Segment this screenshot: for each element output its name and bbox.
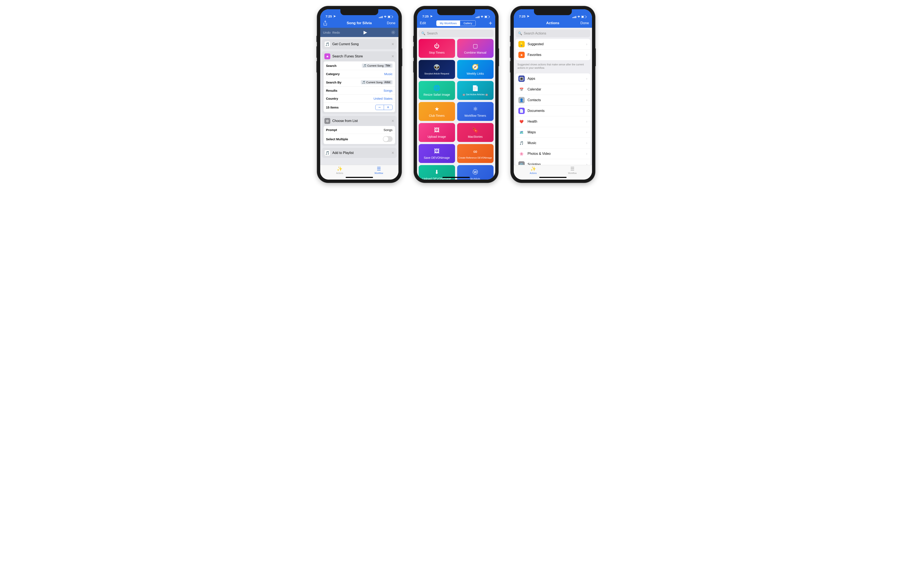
workflow-content[interactable]: 🎵Get Current Song×★Search iTunes Store×S… <box>320 37 398 165</box>
tab-actions[interactable]: ✨Actions <box>320 165 359 175</box>
editor-toolbar: Undo Redo ▶ <box>320 28 398 37</box>
action-row[interactable]: 15 Items−+ <box>323 103 395 112</box>
action-row[interactable]: CountryUnited States <box>323 95 395 103</box>
action-row[interactable]: PromptSongs <box>323 126 395 134</box>
category-icon: 🗺️ <box>518 129 525 136</box>
quantity-stepper[interactable]: −+ <box>375 105 393 110</box>
action-row[interactable]: CategoryMusic <box>323 70 395 78</box>
row-label: Search By <box>326 81 341 84</box>
workflow-tile[interactable]: 🧭Weekly Links <box>457 60 493 79</box>
row-value[interactable]: Music <box>384 72 392 76</box>
search-input[interactable]: 🔍Search <box>419 29 493 37</box>
done-button[interactable]: Done <box>576 21 589 25</box>
notch <box>340 9 378 15</box>
home-indicator[interactable] <box>346 177 373 178</box>
nav-bar: Edit My Workflows Gallery + <box>417 18 495 28</box>
workflow-tile[interactable]: 🌐Resize Safari Image <box>419 81 455 100</box>
list-item[interactable]: 📅Calendar› <box>516 84 590 95</box>
row-value[interactable]: United States <box>374 97 392 100</box>
square-icon: ▢ <box>473 43 478 49</box>
music-icon: 🎵 <box>324 41 330 47</box>
close-icon[interactable]: × <box>391 53 394 59</box>
action-row[interactable]: Select Multiple <box>323 134 395 144</box>
list-item[interactable]: 🗺️Maps› <box>516 127 590 138</box>
star-icon: ★ <box>324 53 330 59</box>
workflow-tile[interactable]: ∞Create Reference DEVONimage <box>457 144 493 163</box>
notch <box>437 9 475 15</box>
token[interactable]: 🎵 Current Song Title <box>362 63 392 68</box>
action-card[interactable]: ★Search iTunes Store×Search🎵 Current Son… <box>322 51 397 114</box>
list-item[interactable]: 🔳Apps› <box>516 73 590 84</box>
actions-content[interactable]: 🔍Search Actions 💡Suggested›★Favorites› S… <box>514 28 592 165</box>
list-item[interactable]: 🎵Music› <box>516 138 590 149</box>
settings-button[interactable] <box>391 30 396 35</box>
tile-label: Create Reference DEVONimage <box>458 157 493 159</box>
action-row[interactable]: Search🎵 Current Song Title <box>323 61 395 70</box>
list-item[interactable]: ★Favorites› <box>516 50 590 60</box>
image-icon: 🖼 <box>434 148 440 154</box>
wand-icon: ✨ <box>530 166 536 171</box>
segmented-control: My Workflows Gallery <box>436 20 476 26</box>
workflow-tile[interactable]: 🖼Save DEVONimage <box>419 144 455 163</box>
home-indicator[interactable] <box>539 177 566 178</box>
phone-3: 7:25➤ Actions Done 🔍Search Actions 💡Sugg… <box>511 6 595 183</box>
workflow-tile[interactable]: ⚛Workflow Timers <box>457 102 493 121</box>
tab-workflow[interactable]: ☰Workflow <box>359 165 398 175</box>
list-item[interactable]: 👤Contacts› <box>516 95 590 105</box>
svg-point-7 <box>393 32 394 33</box>
list-label: Music <box>528 141 584 145</box>
play-button[interactable]: ▶ <box>340 30 391 35</box>
list-item[interactable]: 📄Documents› <box>516 105 590 116</box>
search-input[interactable]: 🔍Search Actions <box>516 29 590 37</box>
tab-workflow[interactable]: ☰Workflow <box>553 165 592 175</box>
workflows-content[interactable]: 🔍Search ⏻Stop Timers▢Combine Manual👽Stor… <box>417 28 495 179</box>
chevron-right-icon: › <box>586 152 587 156</box>
chevron-right-icon: › <box>586 98 587 102</box>
toggle-switch[interactable] <box>383 136 393 142</box>
star-icon: ★ <box>435 106 439 112</box>
undo-button[interactable]: Undo <box>323 31 331 34</box>
home-indicator[interactable] <box>442 177 470 178</box>
status-time: 7:25 <box>326 15 332 18</box>
category-icon: 📄 <box>518 108 525 114</box>
edit-button[interactable]: Edit <box>420 21 433 25</box>
action-title: Choose from List <box>332 119 390 123</box>
action-row[interactable]: Search By🎵 Current Song Artist <box>323 78 395 87</box>
action-card[interactable]: ⚙Choose from List×PromptSongsSelect Mult… <box>322 116 397 146</box>
close-icon[interactable]: × <box>391 118 394 124</box>
action-card[interactable]: 🎵Get Current Song× <box>322 39 397 49</box>
list-item[interactable]: ❤️Health› <box>516 116 590 127</box>
tile-label: 🤖 Get Active Articles 🤖 <box>461 93 490 96</box>
redo-button[interactable]: Redo <box>332 31 340 34</box>
share-button[interactable] <box>323 21 336 26</box>
workflow-tile[interactable]: 🔖MacStories <box>457 123 493 142</box>
workflow-tile[interactable]: ⏻Stop Timers <box>419 39 455 58</box>
workflow-tile[interactable]: ▢Combine Manual <box>457 39 493 58</box>
done-button[interactable]: Done <box>383 21 396 25</box>
list-item[interactable]: ⚙️Scripting› <box>516 159 590 165</box>
nav-bar: Song for Silvia Done <box>320 18 398 28</box>
tile-label: Publish <box>469 178 481 180</box>
svg-rect-9 <box>477 17 477 18</box>
action-title: Add to Playlist <box>332 151 390 155</box>
workflow-tile[interactable]: 📄🤖 Get Active Articles 🤖 <box>457 81 493 100</box>
tab-actions[interactable]: ✨Actions <box>514 165 553 175</box>
token[interactable]: 🎵 Current Song Artist <box>361 80 392 84</box>
page-title: Song for Silvia <box>336 21 383 25</box>
workflow-tile[interactable]: 👽Storybot Article Request <box>419 60 455 79</box>
action-row[interactable]: ResultsSongs <box>323 87 395 95</box>
list-item[interactable]: 💡Suggested› <box>516 39 590 50</box>
segment-my-workflows[interactable]: My Workflows <box>437 21 460 26</box>
workflow-tile[interactable]: ★Club Timers <box>419 102 455 121</box>
chevron-right-icon: › <box>586 42 587 46</box>
segment-gallery[interactable]: Gallery <box>460 21 475 26</box>
list-item[interactable]: 🌸Photos & Video› <box>516 149 590 159</box>
close-icon[interactable]: × <box>391 42 394 47</box>
add-button[interactable]: + <box>480 20 492 26</box>
workflow-tile[interactable]: 🖼Upload Image <box>419 123 455 142</box>
close-icon[interactable]: × <box>391 150 394 156</box>
svg-rect-8 <box>476 17 476 18</box>
row-value[interactable]: Songs <box>383 89 393 92</box>
action-card[interactable]: 🎵Add to Playlist× <box>322 148 397 158</box>
list-label: Maps <box>528 130 584 134</box>
